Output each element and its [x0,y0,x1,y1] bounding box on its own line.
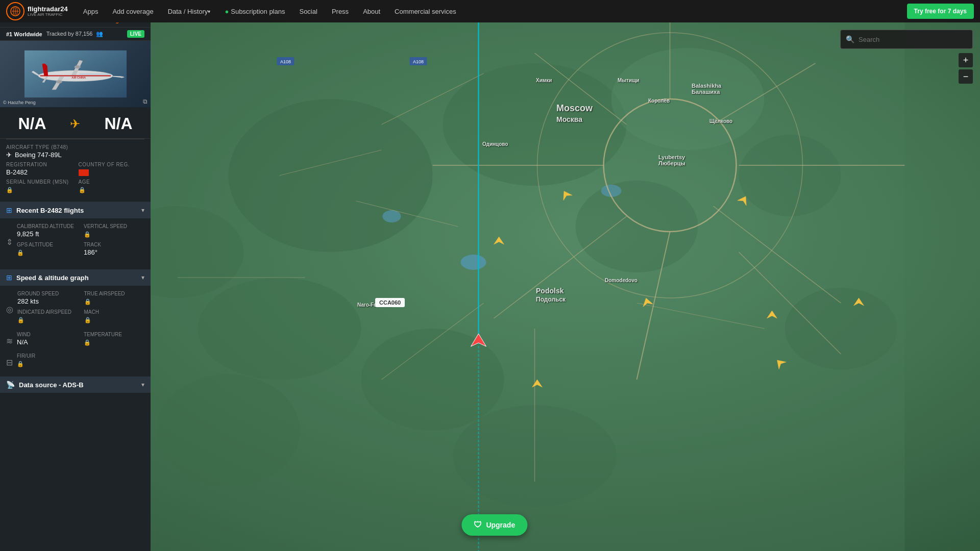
origin-code: N/A [18,114,46,133]
ground-speed-label: GROUND SPEED [17,291,78,296]
svg-marker-41 [471,334,486,346]
nav-add-coverage[interactable]: Add coverage [105,0,160,22]
wind-value: N/A [17,338,78,346]
tracking-bar: #1 Worldwide Tracked by 87,156 👥 LIVE [0,28,151,41]
ground-speed-value: 282 kts [17,297,78,305]
map-label-khimki: Химки [536,78,552,83]
map-zoom-in[interactable]: + [959,53,973,67]
map-label-korolev: Королёв [648,98,670,104]
search-bar: 🔍 [840,30,973,49]
svg-point-14 [461,255,486,270]
logo-icon [6,2,24,20]
indicated-airspeed-label: INDICATED AIRSPEED [17,309,78,315]
recent-flights-chevron: ▾ [141,207,144,214]
logo-name: flightradar24 [28,6,68,12]
route-arrow-icon: ✈ [70,117,80,131]
svg-point-53 [74,65,80,68]
age-label: AGE [79,179,145,185]
fir-icon: ⊟ [6,358,13,367]
svg-marker-44 [532,380,543,387]
registration-col: REGISTRATION B-2482 [6,162,72,176]
nav-press[interactable]: Press [325,0,356,22]
map-label-naro-fominsk: Naro-Fominsk [357,302,391,308]
fir-col: FIR/UIR 🔒 [17,353,144,367]
age-col: AGE 🔒 [79,179,145,193]
aircraft-type-col: AIRCRAFT TYPE (B748) ✈ Boeing 747-89L [6,144,144,159]
svg-marker-47 [773,357,786,369]
svg-point-52 [56,80,62,83]
external-link-icon[interactable]: ⧉ [143,98,148,105]
recent-flights-section[interactable]: ⊞ Recent B-2482 flights ▾ [0,202,151,218]
data-source-title: Data source - ADS-B [19,381,84,389]
vertical-speed-col: VERTICAL SPEED 🔒 [84,223,144,238]
map-label-lyubertsy: LyubertsyЛюберцы [658,154,685,166]
map-label-balashikha: BalashikhaБалашиха [692,83,721,95]
recent-flights-grid-icon: ⊞ [6,206,12,214]
speed-graph-section[interactable]: ⊞ Speed & altitude graph ▾ [0,269,151,286]
try-free-button[interactable]: Try free for 7 days [907,4,974,19]
svg-text:A108: A108 [280,59,291,64]
tas-lock-icon: 🔒 [84,298,91,305]
svg-point-5 [611,48,765,150]
nav-data-history[interactable]: Data / History [161,0,218,22]
svg-line-31 [280,150,382,176]
svg-rect-35 [277,57,295,65]
logo[interactable]: flightradar24 LIVE AIR TRAFFIC [6,2,68,20]
temperature-col: TEMPERATURE 🔒 [84,332,144,346]
map-label-moscow: MoscowМосква [556,103,593,124]
nav-apps[interactable]: Apps [76,0,106,22]
map-label-odintsovo: Одинцово [482,141,508,147]
upgrade-button[interactable]: 🛡 Upgrade [461,514,527,536]
svg-line-27 [382,303,484,380]
nav-subscription[interactable]: ● Subscription plans [217,0,292,22]
wind-label: WIND [17,332,78,337]
svg-point-15 [383,210,401,222]
nav-commercial[interactable]: Commercial services [387,0,463,22]
search-input[interactable] [859,36,967,43]
svg-line-24 [494,216,627,318]
data-source-section[interactable]: 📡 Data source - ADS-B ▾ [0,377,151,393]
flight-data-section: ⇕ CALIBRATED ALTITUDE 9,825 ft VERTICAL … [0,218,151,269]
svg-point-4 [443,63,627,186]
nav-about[interactable]: About [356,0,387,22]
svg-line-23 [637,232,670,380]
age-value: 🔒 [79,186,145,193]
upgrade-icon: 🛡 [474,520,482,530]
speed-data-section: ◎ GROUND SPEED 282 kts TRUE AIRSPEED 🔒 [0,286,151,377]
fir-value: 🔒 [17,360,144,367]
svg-line-20 [714,63,816,124]
svg-line-33 [739,252,841,354]
nav-social[interactable]: Social [292,0,324,22]
svg-point-11 [785,288,897,369]
calibrated-alt-label: CALIBRATED ALTITUDE [17,223,78,229]
map-label-podolsk: PodolskПодольск [536,287,566,303]
speed-graph-left: ⊞ Speed & altitude graph [6,273,89,282]
svg-line-28 [356,201,458,227]
aircraft-type-label: AIRCRAFT TYPE (B748) [6,144,144,150]
svg-rect-2 [76,22,905,551]
ias-lock-icon: 🔒 [17,317,24,323]
svg-rect-37 [410,57,427,65]
speed-graph-chevron: ▾ [141,274,144,281]
country-label: COUNTRY OF REG. [79,162,145,167]
flight-panel: CA60 /CCA060 ☆ ✕ Air China Flightradar24… [0,0,151,551]
svg-point-18 [537,33,803,298]
gps-alt-value: 🔒 [17,248,78,256]
ground-speed-col: GROUND SPEED 282 kts [17,291,78,305]
svg-point-13 [453,405,617,507]
map-zoom-out[interactable]: − [959,69,973,84]
aircraft-type-value: ✈ Boeing 747-89L [6,151,144,159]
serial-value: 🔒 [6,186,72,193]
true-airspeed-label: TRUE AIRSPEED [84,291,145,296]
svg-marker-49 [641,297,653,307]
wind-col: WIND N/A [17,332,78,346]
wind-icon: ≋ [6,336,13,346]
indicated-airspeed-col: INDICATED AIRSPEED 🔒 [17,309,78,323]
data-source-icon: 📡 [6,381,15,389]
fir-label: FIR/UIR [17,353,144,359]
svg-point-12 [157,374,300,487]
calibrated-alt-col: CALIBRATED ALTITUDE 9,825 ft [17,223,78,238]
tracked-info: Tracked by 87,156 👥 [46,31,123,37]
route-section: N/A ✈ N/A [0,107,151,139]
vertical-speed-label: VERTICAL SPEED [84,223,144,229]
